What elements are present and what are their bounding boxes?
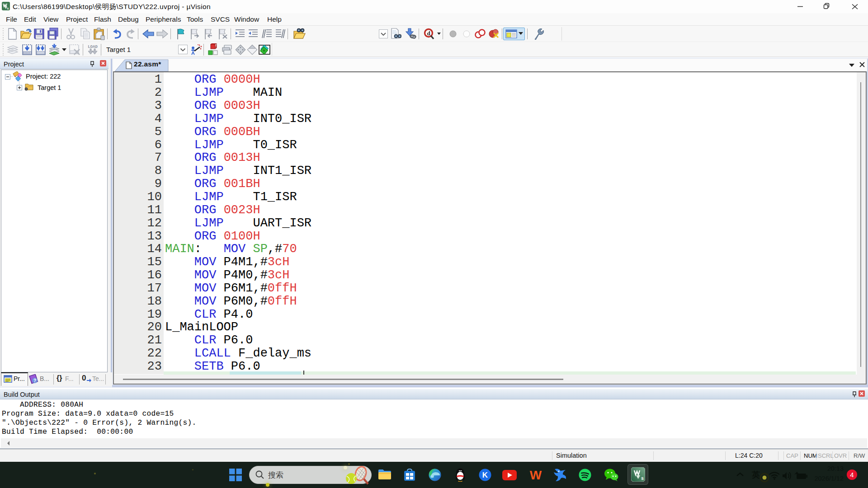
svg-text:s: s: [641, 476, 644, 481]
svg-text:LOAD: LOAD: [88, 45, 98, 49]
svg-text:K: K: [482, 471, 488, 479]
svg-text:s: s: [7, 7, 9, 10]
svg-text:?: ?: [33, 378, 36, 383]
svg-text:d: d: [427, 30, 430, 37]
